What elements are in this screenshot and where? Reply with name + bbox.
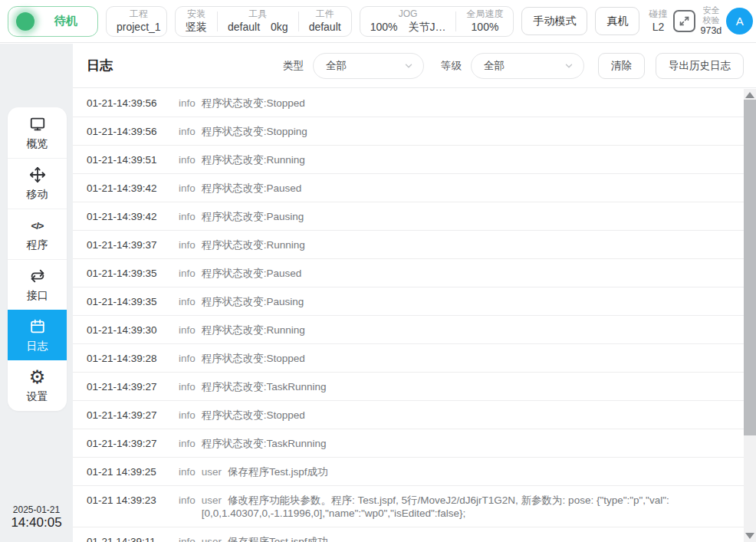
collision-level: L2 (652, 20, 665, 34)
project-selector[interactable]: 工程 project_1 (106, 6, 167, 37)
sidebar-item-overview[interactable]: 概览 (8, 107, 67, 158)
log-level: info (179, 117, 196, 145)
log-scrollbar[interactable] (744, 89, 756, 542)
log-filters: 类型 全部 等级 全部 清除 导出历史日志 (283, 53, 744, 79)
log-message: 程序状态改变:TaskRunning (202, 438, 327, 449)
scrollbar-thumb[interactable] (744, 100, 756, 435)
safety-label-line2: 校验 (702, 15, 719, 25)
move-icon (29, 166, 46, 184)
manual-mode-button[interactable]: 手动模式 (521, 7, 587, 35)
real-machine-button[interactable]: 真机 (595, 7, 639, 35)
log-message-cell: user保存程序Test.jspf成功 (202, 458, 677, 485)
fullscreen-button[interactable] (673, 10, 695, 32)
log-row: 01-21-14:39:35 info 程序状态改变:Pausing (73, 287, 756, 316)
sidebar-item-interface[interactable]: 接口 (8, 259, 67, 310)
robot-state-label: 待机 (35, 14, 97, 28)
type-filter-dropdown[interactable]: 全部 (313, 53, 424, 79)
log-message-cell: 程序状态改变:TaskRunning (202, 373, 677, 400)
workpiece-name: default (309, 20, 341, 34)
collision-level-control[interactable]: 碰撞 L2 (649, 8, 667, 34)
tool-name: default (228, 20, 260, 34)
log-row: 01-21-14:39:30 info 程序状态改变:Running (73, 316, 756, 344)
sidebar-item-move[interactable]: 移动 (8, 158, 67, 209)
log-level: info (179, 146, 196, 173)
jog-mode: 关节J… (408, 20, 445, 34)
log-panel-header: 日志 类型 全部 等级 全部 清除 导出历史日志 (73, 44, 756, 88)
log-message-cell: 程序状态改变:Running (202, 316, 677, 343)
power-status-dot (16, 12, 35, 31)
collision-label: 碰撞 (649, 8, 667, 20)
jog-percent: 100% (370, 20, 398, 34)
log-row: 01-21-14:39:42 info 程序状态改变:Paused (73, 174, 756, 202)
log-row: 01-21-14:39:37 info 程序状态改变:Running (73, 231, 756, 259)
log-row: 01-21-14:39:35 info 程序状态改变:Paused (73, 259, 756, 287)
log-time: 01-21-14:39:27 (87, 429, 179, 457)
sidebar-item-label: 接口 (27, 289, 48, 303)
jog-label: JOG (399, 8, 418, 20)
global-speed-percent: 100% (472, 20, 499, 34)
type-filter-value: 全部 (326, 59, 403, 73)
log-time: 01-21-14:39:35 (87, 287, 179, 315)
sidebar-item-program[interactable]: </> 程序 (8, 209, 67, 259)
sidebar-menu: 概览 移动 </> 程序 (8, 107, 67, 411)
log-user: user (202, 536, 222, 542)
robot-state-button[interactable]: 待机 (8, 6, 98, 37)
export-history-button[interactable]: 导出历史日志 (656, 53, 744, 79)
user-avatar[interactable]: A (726, 8, 753, 34)
scroll-up-arrow-icon[interactable] (745, 92, 754, 98)
log-message-cell: 程序状态改变:Stopping (202, 117, 677, 145)
safety-checksum: 安全 校验 973d (700, 5, 721, 37)
log-level: info (179, 527, 196, 542)
setup-selector[interactable]: 安装 竖装 (176, 7, 217, 36)
project-label: 工程 (130, 8, 148, 20)
log-row: 01-21-14:39:56 info 程序状态改变:Stopping (73, 117, 756, 146)
level-filter-value: 全部 (484, 59, 564, 73)
jog-selector[interactable]: JOG 100% 关节J… (360, 7, 456, 36)
workpiece-selector[interactable]: 工件 default (299, 7, 351, 36)
chevron-down-icon (403, 61, 414, 71)
log-row: 01-21-14:39:27 info 程序状态改变:Stopped (73, 401, 756, 429)
log-message-cell: user修改程序功能块参数。程序: Test.jspf, 5行/MoveJ2/d… (202, 486, 677, 527)
log-message: 程序状态改变:Running (202, 239, 305, 251)
log-message-cell: 程序状态改变:Running (202, 231, 677, 258)
sidebar-item-label: 设置 (27, 390, 48, 404)
log-message-cell: 程序状态改变:Pausing (202, 287, 677, 315)
monitor-icon (29, 115, 46, 133)
sidebar-item-label: 概览 (27, 137, 48, 151)
top-status-bar: 待机 工程 project_1 安装 竖装 工具 default 0kg 工件 … (0, 0, 756, 43)
tool-label: 工具 (248, 8, 267, 20)
tool-selector[interactable]: 工具 default 0kg (218, 7, 298, 36)
sidebar-item-settings[interactable]: ⚙ 设置 (8, 360, 67, 411)
log-level: info (179, 486, 196, 514)
log-level: info (179, 401, 196, 429)
log-time: 01-21-14:39:27 (87, 401, 179, 429)
log-message-cell: user保存程序Test.jspf成功 (202, 527, 677, 542)
sidebar-item-log[interactable]: 日志 (8, 310, 67, 360)
log-list: 01-21-14:39:56 info 程序状态改变:Stopped 01-21… (73, 89, 756, 542)
scroll-down-arrow-icon[interactable] (745, 533, 754, 539)
gear-icon: ⚙ (29, 368, 46, 386)
jog-speed-group: JOG 100% 关节J… 全局速度 100% (360, 6, 514, 37)
log-message: 保存程序Test.jspf成功 (228, 466, 328, 478)
log-level: info (179, 202, 196, 230)
log-message-cell: 程序状态改变:Stopped (202, 401, 677, 429)
level-filter-dropdown[interactable]: 全部 (471, 53, 584, 79)
log-message-cell: 程序状态改变:Stopped (202, 344, 677, 372)
log-level: info (179, 458, 196, 485)
type-filter-label: 类型 (283, 59, 304, 73)
log-row: 01-21-14:39:27 info 程序状态改变:TaskRunning (73, 373, 756, 401)
log-message: 程序状态改变:Running (202, 324, 305, 336)
log-time: 01-21-14:39:56 (87, 89, 179, 117)
clear-logs-button[interactable]: 清除 (598, 53, 645, 79)
log-message-cell: 程序状态改变:Running (202, 146, 677, 173)
log-row: 01-21-14:39:42 info 程序状态改变:Pausing (73, 202, 756, 231)
log-message: 程序状态改变:Running (202, 154, 305, 166)
project-name: project_1 (117, 20, 161, 34)
global-speed-selector[interactable]: 全局速度 100% (456, 7, 513, 36)
log-message: 程序状态改变:Stopping (202, 126, 307, 137)
log-time: 01-21-14:39:28 (87, 344, 179, 372)
log-message-cell: 程序状态改变:TaskRunning (202, 429, 677, 457)
system-clock: 2025-01-21 14:40:05 (0, 504, 73, 531)
log-time: 01-21 14:39:11 (87, 527, 179, 542)
log-message: 程序状态改变:Stopped (202, 97, 305, 109)
